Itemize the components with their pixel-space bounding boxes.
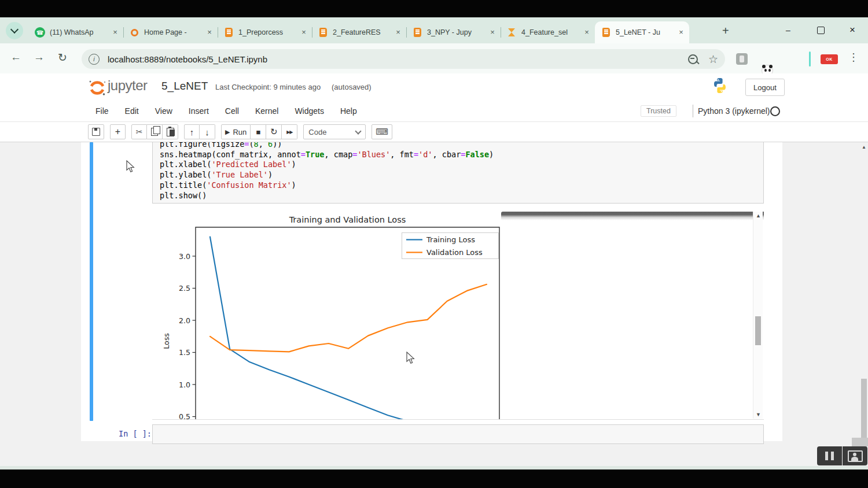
menu-item-insert[interactable]: Insert: [181, 106, 217, 116]
cell-type-select[interactable]: Code: [303, 124, 366, 139]
jupyter-logo-text[interactable]: jupyter: [108, 77, 148, 94]
recorder-webcam-button[interactable]: [843, 446, 867, 465]
code-line: plt.xlabel('Predicted Label'): [160, 160, 763, 170]
output-scrollbar-thumb[interactable]: [755, 316, 761, 345]
run-button[interactable]: ▶Run: [221, 124, 251, 139]
jupyter-logo-icon[interactable]: [87, 79, 108, 99]
command-palette-button[interactable]: ⌨: [372, 124, 392, 139]
tab-close-icon[interactable]: ×: [488, 28, 497, 37]
menu-item-file[interactable]: File: [87, 106, 117, 116]
window-maximize-button[interactable]: [817, 27, 825, 34]
scroll-down-icon[interactable]: ▼: [756, 412, 761, 417]
y-tick-label: 2.0: [179, 316, 190, 325]
back-button[interactable]: ←: [10, 51, 21, 64]
tab-close-icon[interactable]: ×: [676, 28, 686, 37]
checkpoint-status: Last Checkpoint: 9 minutes ago: [215, 83, 321, 91]
save-button[interactable]: [88, 124, 104, 139]
copy-cell-button[interactable]: [147, 124, 163, 139]
menu-item-edit[interactable]: Edit: [117, 106, 147, 116]
chrome-menu-icon[interactable]: ⋮: [848, 51, 859, 64]
browser-tab-5-lenet-ju[interactable]: 5_LeNET - Ju×: [595, 21, 689, 43]
window-close-button[interactable]: ×: [849, 24, 855, 36]
overlay-gray-square: [852, 438, 868, 446]
menu-items: FileEditViewInsertCellKernelWidgetsHelp: [87, 101, 365, 121]
scroll-up-icon[interactable]: ▲: [756, 213, 761, 219]
save-icon: [92, 128, 100, 136]
forward-button[interactable]: →: [34, 51, 45, 64]
chevron-down-icon: [10, 25, 19, 34]
page-scrollbar[interactable]: ▲: [860, 142, 868, 468]
code-cell-input[interactable]: plt.figure(figsize=(8, 6))sns.heatmap(co…: [152, 142, 764, 204]
copy-icon: [151, 128, 158, 136]
zoom-out-icon[interactable]: [688, 54, 698, 64]
browser-tab-home-page-[interactable]: Home Page -×: [123, 21, 218, 43]
output-bottom-border: [152, 419, 764, 420]
browser-tab-2-featureres[interactable]: 2_FeatureRES×: [312, 21, 406, 43]
kernel-separator: [693, 105, 693, 117]
cut-cell-button[interactable]: ✂: [131, 124, 147, 139]
tab-close-icon[interactable]: ×: [111, 28, 120, 37]
new-tab-button[interactable]: +: [722, 24, 729, 38]
tab-title: 5_LeNET - Ju: [616, 28, 676, 36]
toolbar-divider: [809, 51, 811, 66]
tab-close-icon[interactable]: ×: [393, 28, 403, 37]
extension-icon-1[interactable]: [736, 53, 748, 65]
browser-tab-4-feature-sel[interactable]: 4_Feature_sel×: [501, 21, 595, 43]
code-line: plt.title('Confusion Matrix'): [160, 180, 763, 191]
code-editor[interactable]: plt.figure(figsize=(8, 6))sns.heatmap(co…: [160, 142, 763, 201]
tab-close-icon[interactable]: ×: [205, 28, 214, 37]
bookmark-star-icon[interactable]: ☆: [708, 53, 718, 66]
paste-cell-button[interactable]: [163, 124, 178, 139]
restart-kernel-button[interactable]: ↻: [266, 124, 282, 139]
move-cell-up-button[interactable]: ↑: [184, 124, 200, 139]
recorder-pause-button[interactable]: [817, 446, 842, 465]
legend-label: Validation Loss: [426, 248, 483, 257]
tab-close-icon[interactable]: ×: [582, 28, 591, 37]
output-scroll-shadow: [501, 212, 764, 220]
cell-output-area[interactable]: Training and Validation Loss3.02.52.01.5…: [93, 212, 764, 420]
hourglass-icon: [506, 27, 517, 38]
add-cell-button[interactable]: +: [110, 124, 126, 139]
y-tick-label: 1.0: [179, 380, 190, 389]
page-scroll-up-icon[interactable]: ▲: [862, 145, 866, 150]
pause-icon: [831, 452, 834, 460]
menu-item-kernel[interactable]: Kernel: [247, 106, 286, 116]
loss-chart-figure: Training and Validation Loss3.02.52.01.5…: [160, 212, 501, 420]
pause-icon: [825, 452, 828, 460]
menu-item-help[interactable]: Help: [332, 106, 365, 116]
loss-chart-svg: Training and Validation Loss3.02.52.01.5…: [160, 212, 501, 420]
person-icon: [848, 450, 863, 462]
tab-close-icon[interactable]: ×: [299, 28, 308, 37]
notebook-title[interactable]: 5_LeNET: [161, 80, 208, 93]
output-scrollbar[interactable]: ▲ ▼: [753, 212, 763, 419]
move-cell-down-button[interactable]: ↓: [200, 124, 215, 139]
empty-code-cell[interactable]: [152, 424, 764, 444]
browser-tab--11-whatsap[interactable]: ☎(11) WhatsAp×: [29, 21, 123, 43]
restart-run-all-button[interactable]: ▶▶: [282, 124, 297, 139]
chart-title: Training and Validation Loss: [289, 215, 406, 224]
menu-item-cell[interactable]: Cell: [217, 106, 247, 116]
url-text[interactable]: localhost:8889/notebooks/5_LeNET.ipynb: [108, 54, 685, 64]
y-tick-label: 3.0: [179, 252, 190, 261]
site-info-icon[interactable]: i: [89, 54, 100, 65]
whatsapp-icon: ☎: [35, 27, 45, 38]
y-axis-label: Loss: [162, 333, 171, 349]
menu-item-view[interactable]: View: [147, 106, 181, 116]
tab-title: 2_FeatureRES: [333, 28, 393, 36]
trusted-badge: Trusted: [641, 105, 676, 117]
run-icon: ▶: [225, 128, 230, 136]
letterbox-top: [0, 0, 868, 17]
kernel-name: Python 3 (ipykernel): [698, 106, 770, 116]
window-minimize-button[interactable]: –: [786, 25, 790, 35]
tab-search-button[interactable]: [6, 22, 23, 39]
address-bar[interactable]: i localhost:8889/notebooks/5_LeNET.ipynb…: [82, 49, 725, 69]
browser-tabs: ☎(11) WhatsAp×Home Page -×1_Preporcess×2…: [29, 21, 689, 43]
red-extension-icon[interactable]: OK: [821, 54, 838, 64]
interrupt-kernel-button[interactable]: ■: [251, 124, 266, 139]
menu-item-widgets[interactable]: Widgets: [286, 106, 332, 116]
browser-tab-1-preporcess[interactable]: 1_Preporcess×: [218, 21, 312, 43]
logout-button[interactable]: Logout: [745, 79, 785, 96]
notebook-icon: [223, 27, 234, 38]
reload-button[interactable]: ↻: [58, 51, 67, 64]
browser-tab-3-npy-jupy[interactable]: 3_NPY - Jupy×: [406, 21, 501, 43]
